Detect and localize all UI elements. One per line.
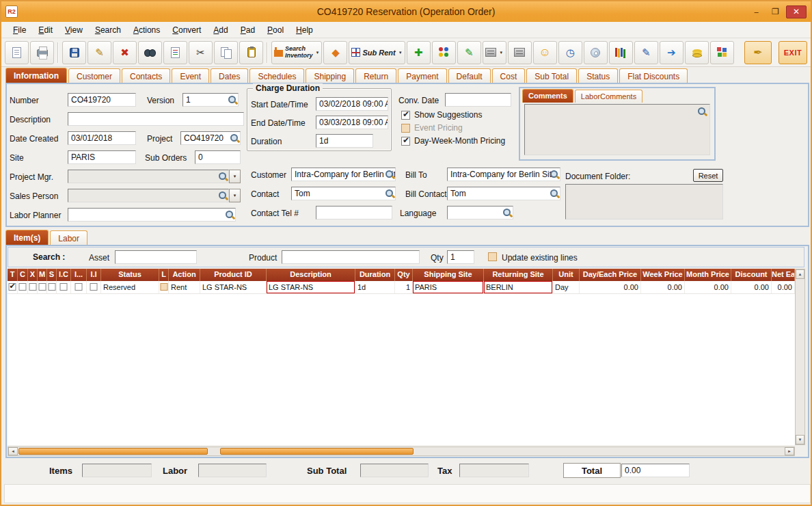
convert-document-button[interactable] xyxy=(163,41,187,64)
project-mgr-combo[interactable]: ▼ xyxy=(68,170,229,183)
cell-day-each-price[interactable]: 0.00 xyxy=(580,281,641,293)
column-header-s[interactable]: S xyxy=(47,269,57,281)
column-header-qty[interactable]: Qty xyxy=(395,269,413,281)
cell-month-price[interactable]: 0.00 xyxy=(685,281,731,293)
language-lookup-icon[interactable] xyxy=(502,208,513,218)
tab-customer[interactable]: Customer xyxy=(68,68,120,83)
checkbox-event-pricing[interactable]: Event Pricing xyxy=(401,122,505,134)
smiley-button[interactable]: ☺ xyxy=(533,41,557,64)
column-header-i[interactable]: I... xyxy=(71,269,87,281)
row-checkbox[interactable] xyxy=(48,283,55,291)
cubes-button[interactable] xyxy=(710,41,734,64)
site-field[interactable]: PARIS xyxy=(68,150,136,164)
dropdown-arrow-icon[interactable]: ▼ xyxy=(316,51,320,55)
cell-action[interactable]: Rent xyxy=(169,281,200,293)
tab-comments[interactable]: Comments xyxy=(522,89,573,103)
tab-shipping[interactable]: Shipping xyxy=(306,68,354,83)
bill-contact-field[interactable]: Tom xyxy=(447,187,560,200)
minimize-button[interactable]: – xyxy=(748,5,765,18)
cell-unit[interactable]: Day xyxy=(553,281,580,293)
print-button[interactable] xyxy=(30,41,54,64)
cell-check-c[interactable] xyxy=(18,281,28,293)
language-field[interactable] xyxy=(447,206,513,219)
labor-planner-field[interactable] xyxy=(68,208,236,222)
version-lookup-icon[interactable] xyxy=(228,95,238,105)
tab-event[interactable]: Event xyxy=(172,68,209,83)
update-existing-checkbox[interactable] xyxy=(488,252,497,261)
menu-item-edit[interactable]: Edit xyxy=(32,23,59,38)
exit-button[interactable]: EXIT xyxy=(779,41,807,64)
tab-cost[interactable]: Cost xyxy=(492,68,526,83)
tab-schedules[interactable]: Schedules xyxy=(249,68,304,83)
row-checkbox[interactable] xyxy=(160,283,167,291)
cut-button[interactable]: ✂ xyxy=(189,41,213,64)
search-inventory-button[interactable]: Search Inventory ▼ xyxy=(271,41,322,64)
column-header-description[interactable]: Description xyxy=(267,269,355,281)
items-vertical-scrollbar[interactable]: ▲ ▼ xyxy=(795,269,805,445)
menu-item-pool[interactable]: Pool xyxy=(261,23,290,38)
cell-check-s[interactable] xyxy=(47,281,57,293)
scroll-right-button[interactable]: ► xyxy=(785,447,794,455)
comments-lookup-icon[interactable] xyxy=(697,107,707,117)
tab-return[interactable]: Return xyxy=(355,68,396,83)
pour-button[interactable]: ◆ xyxy=(323,41,347,64)
row-checkbox[interactable] xyxy=(90,283,98,291)
column-header-t[interactable]: T xyxy=(8,269,18,281)
menu-item-help[interactable]: Help xyxy=(290,23,319,38)
cell-duration[interactable]: 1d xyxy=(355,281,395,293)
qty-search-field[interactable]: 1 xyxy=(447,250,474,264)
checkbox-box[interactable] xyxy=(401,124,410,133)
tab-contacts[interactable]: Contacts xyxy=(122,68,170,83)
contact-field[interactable]: Tom xyxy=(291,187,396,200)
tab-default[interactable]: Default xyxy=(448,68,491,83)
cell-discount[interactable]: 0.00 xyxy=(731,281,772,293)
edit-list-button[interactable]: ✎ xyxy=(457,41,481,64)
sales-person-combo[interactable]: ▼ xyxy=(68,189,229,202)
tab-dates[interactable]: Dates xyxy=(211,68,248,83)
labor-planner-lookup-icon[interactable] xyxy=(225,210,235,220)
comments-textarea[interactable] xyxy=(524,104,710,155)
menu-item-view[interactable]: View xyxy=(59,23,89,38)
menu-item-search[interactable]: Search xyxy=(89,23,127,38)
column-header-shipping-site[interactable]: Shipping Site xyxy=(413,269,484,281)
start-datetime-field[interactable]: 03/02/2018 09:00 AM xyxy=(316,97,388,111)
column-header-day-each-price[interactable]: Day/Each Price xyxy=(580,269,641,281)
scrollbar-thumb[interactable] xyxy=(18,448,208,455)
document-folder-area[interactable] xyxy=(565,184,723,219)
duration-field[interactable]: 1d xyxy=(316,134,373,148)
project-mgr-lookup-icon[interactable] xyxy=(218,172,228,182)
cell-qty[interactable]: 1 xyxy=(395,281,413,293)
asset-search-field[interactable] xyxy=(115,250,197,264)
number-field[interactable]: CO419720 xyxy=(68,93,136,107)
cell-product-id[interactable]: LG STAR-NS xyxy=(200,281,267,293)
column-header-status[interactable]: Status xyxy=(101,269,159,281)
tab-status[interactable]: Status xyxy=(578,68,618,83)
close-button[interactable]: ✕ xyxy=(786,5,807,18)
column-header-product-id[interactable]: Product ID xyxy=(200,269,267,281)
date-created-field[interactable]: 03/01/2018 xyxy=(68,131,136,145)
books-button[interactable] xyxy=(609,41,633,64)
column-header-returning-site[interactable]: Returning Site xyxy=(484,269,553,281)
scrollbar-thumb[interactable] xyxy=(220,448,414,455)
cell-check-i-i[interactable] xyxy=(87,281,101,293)
contact-lookup-icon[interactable] xyxy=(385,189,395,199)
conv-date-field[interactable] xyxy=(445,93,511,107)
sales-person-dropdown-button[interactable]: ▼ xyxy=(229,189,241,202)
row-checkbox[interactable] xyxy=(60,283,68,291)
tab-laborcomments[interactable]: LaborComments xyxy=(575,90,642,103)
copier-button[interactable] xyxy=(508,41,532,64)
column-header-l[interactable]: L xyxy=(159,269,169,281)
tab-information[interactable]: Information xyxy=(5,68,67,83)
customer-field[interactable]: Intra-Company for Berlin Site xyxy=(291,168,396,181)
bill-to-lookup-icon[interactable] xyxy=(550,170,560,180)
scroll-left-button[interactable]: ◄ xyxy=(8,447,18,455)
version-field[interactable]: 1 xyxy=(182,93,239,107)
new-button[interactable] xyxy=(5,41,29,64)
cell-status[interactable]: Reserved xyxy=(101,281,159,293)
checkbox-box[interactable] xyxy=(401,111,410,120)
row-checkbox[interactable] xyxy=(19,283,27,291)
tab-item-s[interactable]: Item(s) xyxy=(5,230,49,245)
bill-to-field[interactable]: Intra-Company for Berlin Site xyxy=(447,168,560,181)
cell-returning-site[interactable]: BERLIN xyxy=(484,281,553,293)
cd-button[interactable] xyxy=(584,41,608,64)
